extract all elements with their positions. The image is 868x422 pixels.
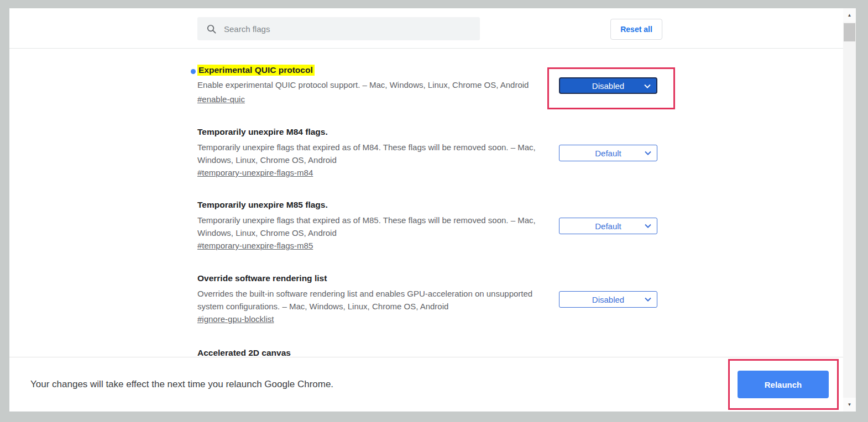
flags-page: Reset all Experimental QUIC protocol Ena… bbox=[9, 8, 856, 412]
header-bar: Reset all bbox=[9, 8, 843, 49]
relaunch-button[interactable]: Relaunch bbox=[738, 371, 829, 398]
search-highlight: Experimental QUIC protocol bbox=[197, 65, 315, 76]
experiment-dot bbox=[191, 69, 196, 74]
dropdown-value: Default bbox=[595, 221, 621, 231]
dropdown-value: Disabled bbox=[592, 295, 624, 304]
flag-title: Temporarily unexpire M84 flags. bbox=[197, 127, 328, 137]
search-input[interactable] bbox=[224, 24, 462, 34]
scrollbar-track[interactable]: ▲ ▼ bbox=[843, 8, 856, 412]
flag-title: Override software rendering list bbox=[197, 273, 327, 283]
scrollbar-down-button[interactable]: ▼ bbox=[843, 398, 856, 412]
search-icon bbox=[206, 24, 217, 34]
chevron-down-icon bbox=[645, 224, 651, 228]
flag-dropdown[interactable]: Disabled bbox=[559, 291, 657, 308]
flag-description: Temporarily unexpire flags that expired … bbox=[197, 141, 560, 166]
flag-description: Temporarily unexpire flags that expired … bbox=[197, 214, 560, 239]
screenshot-frame: { "header": { "search": { "placeholder":… bbox=[0, 0, 868, 422]
flag-permalink[interactable]: #ignore-gpu-blocklist bbox=[197, 314, 274, 324]
flag-description: Overrides the built-in software renderin… bbox=[197, 287, 560, 313]
flag-title: Temporarily unexpire M85 flags. bbox=[197, 200, 328, 210]
chevron-down-icon bbox=[645, 151, 651, 155]
flag-dropdown[interactable]: Default bbox=[559, 218, 657, 234]
flag-dropdown[interactable]: Disabled bbox=[559, 77, 657, 94]
flag-dropdown[interactable]: Default bbox=[559, 145, 657, 161]
chevron-down-icon bbox=[645, 297, 651, 302]
search-box[interactable] bbox=[197, 17, 480, 40]
flag-permalink[interactable]: #temporary-unexpire-flags-m85 bbox=[197, 241, 313, 250]
scrollbar-thumb[interactable] bbox=[844, 23, 855, 41]
dropdown-value: Disabled bbox=[592, 81, 624, 91]
chevron-down-icon bbox=[644, 84, 651, 88]
flag-description: Enable experimental QUIC protocol suppor… bbox=[197, 78, 560, 91]
relaunch-bar: Your changes will take effect the next t… bbox=[9, 357, 843, 412]
flag-permalink[interactable]: #enable-quic bbox=[197, 94, 245, 104]
reset-all-button[interactable]: Reset all bbox=[610, 19, 662, 40]
relaunch-message: Your changes will take effect the next t… bbox=[30, 379, 333, 390]
flag-permalink[interactable]: #temporary-unexpire-flags-m84 bbox=[197, 168, 313, 177]
flags-list: Experimental QUIC protocol Enable experi… bbox=[9, 49, 843, 357]
dropdown-value: Default bbox=[595, 149, 621, 158]
flag-title: Accelerated 2D canvas bbox=[197, 348, 291, 357]
scrollbar-up-button[interactable]: ▲ bbox=[843, 8, 856, 22]
flag-title: Experimental QUIC protocol bbox=[197, 65, 315, 75]
